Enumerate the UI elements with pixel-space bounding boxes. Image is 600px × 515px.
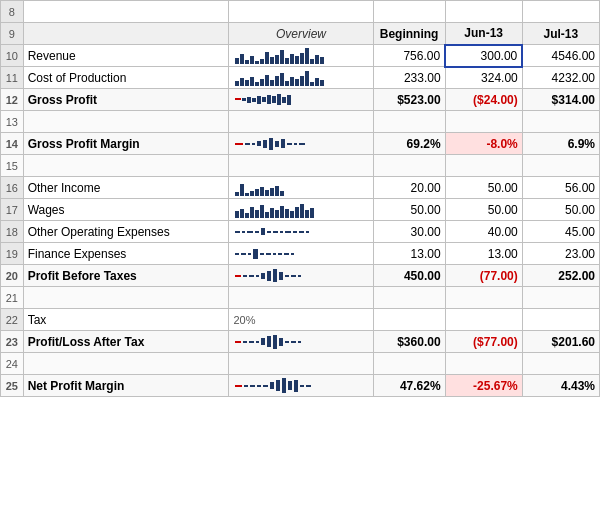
- spark-bar: [285, 81, 289, 86]
- spark-dash: [284, 253, 289, 255]
- cell-16-label: Other Income: [23, 177, 229, 199]
- spark-dash: [260, 253, 264, 255]
- spark-bar: [255, 189, 259, 196]
- cell-21-jun: [445, 287, 522, 309]
- spark-bar: [276, 380, 280, 391]
- spark-bar: [247, 97, 251, 103]
- row-num-16: 16: [1, 177, 24, 199]
- row-21: 21: [1, 287, 600, 309]
- spark-bar: [315, 55, 319, 64]
- cell-19-label: Finance Expenses: [23, 243, 229, 265]
- spark-bar: [267, 336, 271, 347]
- row-11: 11 Cost of Production: [1, 67, 600, 89]
- row-num-11: 11: [1, 67, 24, 89]
- spark-dash: [256, 341, 259, 343]
- cell-24-spark: [229, 353, 373, 375]
- spark-dash: [287, 143, 292, 145]
- row-num-24: 24: [1, 353, 24, 375]
- cell-22-jul: [522, 309, 599, 331]
- row-num-22: 22: [1, 309, 24, 331]
- spark-bar: [250, 191, 254, 196]
- spark-dash: [249, 275, 254, 277]
- cell-20-label: Profit Before Taxes: [23, 265, 229, 287]
- spark-bar: [255, 210, 259, 218]
- spark-dash: [267, 231, 271, 233]
- spark-bar: [267, 95, 271, 104]
- cell-12-spark: [229, 89, 373, 111]
- row-num-12: 12: [1, 89, 24, 111]
- sparkline-wages: [233, 202, 368, 218]
- row-num-8: 8: [1, 1, 24, 23]
- row-num-17: 17: [1, 199, 24, 221]
- spark-bar: [262, 97, 266, 102]
- spark-bar: [245, 193, 249, 196]
- spark-bar: [270, 57, 274, 64]
- spark-bar: [265, 212, 269, 218]
- row-num-23: 23: [1, 331, 24, 353]
- spark-bar: [285, 58, 289, 64]
- spark-bar: [260, 187, 264, 196]
- spark-bar: [275, 55, 279, 64]
- cell-11-jun: 324.00: [445, 67, 522, 89]
- spark-bar: [263, 140, 267, 148]
- row-19: 19 Finance Expenses 13.00 13.00 23.00: [1, 243, 600, 265]
- spark-bar: [270, 188, 274, 196]
- cell-9-jun: Jun-13: [445, 23, 522, 45]
- cell-24-label: [23, 353, 229, 375]
- spark-bar: [260, 79, 264, 86]
- row-20: 20 Profit Before Taxes 450.00 (77.00) 25…: [1, 265, 600, 287]
- row-num-10: 10: [1, 45, 24, 67]
- sparkline-gpm: [233, 136, 368, 152]
- spark-bar: [260, 205, 264, 218]
- cell-10-begin: 756.00: [373, 45, 445, 67]
- cell-11-spark: [229, 67, 373, 89]
- row-14: 14 Gross Profit Margin 69.2% -8.0% 6.9%: [1, 133, 600, 155]
- row-16: 16 Other Income 20.00 50.00 56.00: [1, 177, 600, 199]
- sparkline-ooe: [233, 224, 368, 240]
- cell-10-label: Revenue: [23, 45, 229, 67]
- spark-dash: [298, 341, 301, 343]
- spark-bar: [320, 80, 324, 86]
- spark-dash: [235, 231, 240, 233]
- spark-bar: [280, 73, 284, 86]
- sparkline-cop: [233, 70, 368, 86]
- cell-14-begin: 69.2%: [373, 133, 445, 155]
- spark-bar: [288, 381, 292, 390]
- spark-dash-neg: [235, 143, 243, 145]
- spark-dash: [243, 341, 247, 343]
- spark-bar: [273, 269, 277, 282]
- spark-bar: [310, 82, 314, 86]
- spreadsheet: 8 9 Overview Beginning Jun-13 Jul-13 10 …: [0, 0, 600, 397]
- spark-dash: [300, 385, 304, 387]
- spark-bar: [240, 54, 244, 64]
- cell-22-begin: [373, 309, 445, 331]
- spark-bar: [240, 209, 244, 218]
- spark-bar: [257, 96, 261, 104]
- cell-23-jul: $201.60: [522, 331, 599, 353]
- row-num-19: 19: [1, 243, 24, 265]
- cell-19-spark: [229, 243, 373, 265]
- spark-dash: [299, 231, 304, 233]
- cell-17-label: Wages: [23, 199, 229, 221]
- cell-23-spark: [229, 331, 373, 353]
- spark-bar: [275, 141, 279, 147]
- spark-bar: [285, 209, 289, 218]
- cell-14-label: Gross Profit Margin: [23, 133, 229, 155]
- cell-10-jun[interactable]: 300.00: [445, 45, 522, 67]
- spark-bar: [300, 76, 304, 86]
- row-17: 17 Wages 50.00 50.00: [1, 199, 600, 221]
- spark-bar: [240, 78, 244, 86]
- cell-10-jul: 4546.00: [522, 45, 599, 67]
- row-num-9: 9: [1, 23, 24, 45]
- spark-dash-neg: [235, 275, 241, 277]
- row-num-13: 13: [1, 111, 24, 133]
- spark-bar: [245, 213, 249, 218]
- spark-bar: [235, 58, 239, 64]
- spark-bar: [245, 60, 249, 64]
- spark-dash: [285, 275, 289, 277]
- spark-dash: [306, 385, 311, 387]
- cell-23-begin: $360.00: [373, 331, 445, 353]
- cell-12-label: Gross Profit: [23, 89, 229, 111]
- cell-23-label: Profit/Loss After Tax: [23, 331, 229, 353]
- cell-15-spark: [229, 155, 373, 177]
